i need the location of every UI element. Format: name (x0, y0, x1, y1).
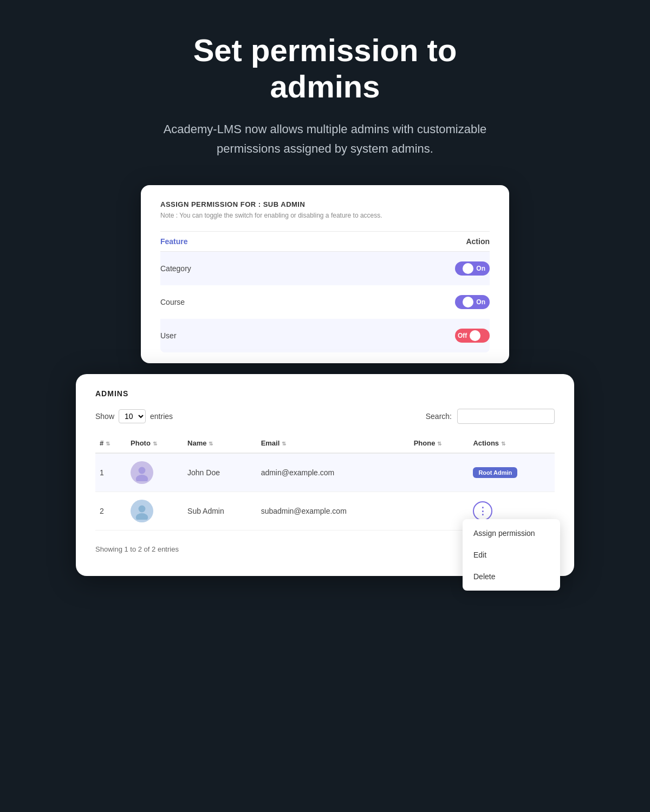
cell-phone-2 (410, 492, 469, 530)
action-dots-button[interactable]: ⋮ (473, 501, 492, 521)
dropdown-delete[interactable]: Delete (463, 566, 560, 587)
svg-point-2 (139, 505, 146, 512)
permission-card-note: Note : You can toggle the switch for ena… (160, 212, 490, 219)
table-head: #⇅ Photo⇅ Name⇅ Email⇅ Phone⇅ Actions⇅ (95, 434, 555, 453)
action-dropdown-menu: Assign permission Edit Delete (463, 519, 560, 591)
admins-card-title: ADMINS (95, 389, 555, 398)
toggle-label-category: On (476, 265, 485, 272)
svg-point-1 (136, 475, 148, 481)
col-email: Email⇅ (257, 434, 410, 453)
permission-card: ASSIGN PERMISSION FOR : SUB ADMIN Note :… (141, 185, 509, 363)
show-entries-control: Show 10 25 50 entries (95, 409, 173, 423)
sort-icon-photo: ⇅ (153, 441, 157, 447)
show-label: Show (95, 412, 114, 421)
dropdown-edit[interactable]: Edit (463, 544, 560, 566)
table-row: 2 Sub Admin subadmin@example.com ⋮ (95, 492, 555, 530)
permission-card-title: ASSIGN PERMISSION FOR : SUB ADMIN (160, 200, 490, 208)
cell-email-1: admin@example.com (257, 453, 410, 492)
admins-card: ADMINS Show 10 25 50 entries Search: #⇅ … (76, 374, 574, 576)
toggle-circle-user (470, 330, 480, 341)
cell-name-1: John Doe (183, 453, 257, 492)
col-actions: Actions⇅ (469, 434, 555, 453)
sort-icon-phone: ⇅ (437, 441, 441, 447)
permission-row-category: Category On (160, 252, 490, 285)
search-box: Search: (426, 409, 555, 424)
col-name: Name⇅ (183, 434, 257, 453)
avatar-1 (131, 461, 153, 484)
sort-icon-name: ⇅ (209, 441, 213, 447)
avatar-svg-2 (133, 502, 151, 520)
permission-rows-container: Category On Course On User Off (160, 252, 490, 352)
search-label: Search: (426, 412, 452, 421)
avatar-2 (131, 500, 153, 522)
toggle-circle-category (463, 263, 473, 274)
sort-icon-num: ⇅ (106, 441, 110, 447)
sort-icon-email: ⇅ (282, 441, 286, 447)
cell-num-1: 1 (95, 453, 126, 492)
feature-label-course: Course (160, 298, 185, 306)
toggle-label-user: Off (458, 332, 467, 339)
feature-label-category: Category (160, 264, 191, 273)
table-body: 1 John Doe admin@example.com Root Admin (95, 453, 555, 531)
cell-photo-2 (126, 492, 183, 530)
permission-row-user: User Off (160, 319, 490, 352)
search-input[interactable] (457, 409, 555, 424)
entries-label: entries (150, 412, 173, 421)
hero-section: Set permission to admins Academy-LMS now… (135, 32, 515, 158)
cell-num-2: 2 (95, 492, 126, 530)
cell-email-2: subadmin@example.com (257, 492, 410, 530)
table-header-row: #⇅ Photo⇅ Name⇅ Email⇅ Phone⇅ Actions⇅ (95, 434, 555, 453)
toggle-category[interactable]: On (455, 261, 490, 276)
cell-photo-1 (126, 453, 183, 492)
col-phone: Phone⇅ (410, 434, 469, 453)
permission-col-action: Action (466, 237, 490, 246)
svg-point-3 (136, 513, 148, 520)
dots-icon: ⋮ (478, 505, 487, 517)
feature-label-user: User (160, 331, 177, 340)
permission-table-header: Feature Action (160, 231, 490, 252)
permission-col-feature: Feature (160, 237, 188, 246)
admins-table: #⇅ Photo⇅ Name⇅ Email⇅ Phone⇅ Actions⇅ 1 (95, 434, 555, 531)
entries-select[interactable]: 10 25 50 (119, 409, 146, 423)
cell-phone-1 (410, 453, 469, 492)
dropdown-assign-permission[interactable]: Assign permission (463, 522, 560, 544)
table-row: 1 John Doe admin@example.com Root Admin (95, 453, 555, 492)
hero-title: Set permission to admins (135, 32, 515, 104)
root-admin-badge: Root Admin (473, 467, 517, 478)
hero-subtitle: Academy-LMS now allows multiple admins w… (135, 120, 515, 158)
col-num: #⇅ (95, 434, 126, 453)
sort-icon-actions: ⇅ (501, 441, 505, 447)
cell-actions-2: ⋮ Assign permission Edit Delete (469, 492, 555, 530)
avatar-svg-1 (133, 464, 151, 481)
showing-text: Showing 1 to 2 of 2 entries (95, 545, 179, 553)
cell-name-2: Sub Admin (183, 492, 257, 530)
admins-controls: Show 10 25 50 entries Search: (95, 409, 555, 424)
toggle-label-course: On (476, 298, 485, 306)
permission-row-course: Course On (160, 285, 490, 319)
toggle-user[interactable]: Off (455, 329, 490, 343)
svg-point-0 (139, 467, 146, 474)
cell-actions-1: Root Admin (469, 453, 555, 492)
toggle-course[interactable]: On (455, 295, 490, 309)
toggle-circle-course (463, 297, 473, 307)
col-photo: Photo⇅ (126, 434, 183, 453)
